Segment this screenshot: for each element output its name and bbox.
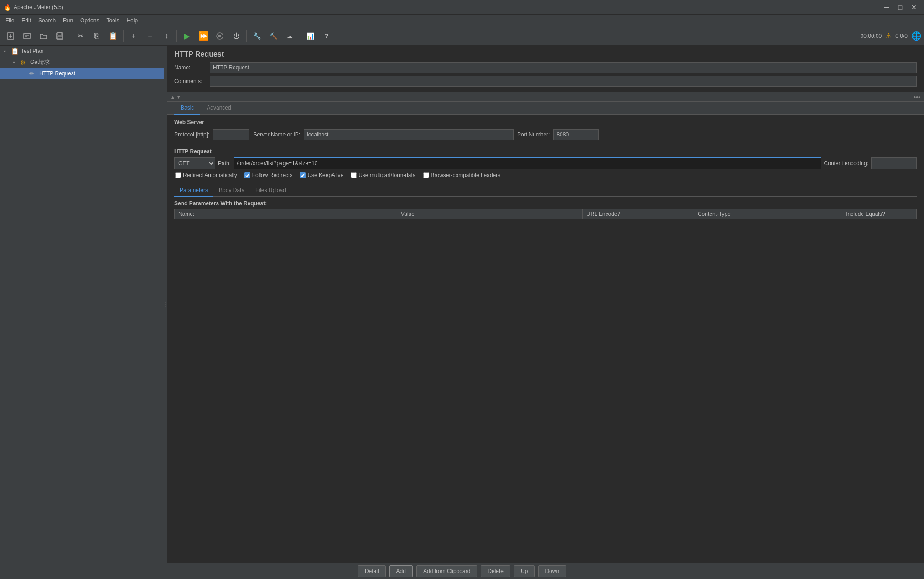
menu-run[interactable]: Run bbox=[59, 15, 77, 26]
toolbar: ✂ ⎘ 📋 + − ↕ ▶ ⏩ ⏻ 🔧 🔨 ☁ 📊 ? 00:00:00 ⚠ 0… bbox=[0, 26, 924, 46]
params-tab-files[interactable]: Files Upload bbox=[250, 185, 291, 197]
toggle-button[interactable]: ↕ bbox=[159, 28, 174, 44]
minimize-button[interactable]: ─ bbox=[880, 1, 893, 14]
remote-start-button[interactable]: 🔧 bbox=[249, 28, 265, 44]
delete-button[interactable]: Delete bbox=[481, 565, 510, 577]
expand-button[interactable]: + bbox=[126, 28, 141, 44]
svg-rect-3 bbox=[24, 33, 30, 39]
menu-tools[interactable]: Tools bbox=[103, 15, 123, 26]
encoding-input[interactable] bbox=[871, 157, 917, 169]
remote-stop-button[interactable]: 🔨 bbox=[265, 28, 281, 44]
menu-search[interactable]: Search bbox=[35, 15, 59, 26]
keepalive-input[interactable] bbox=[300, 172, 306, 178]
title-bar: 🔥 Apache JMeter (5.5) ─ □ ✕ bbox=[0, 0, 924, 15]
comments-input[interactable] bbox=[210, 76, 917, 87]
col-contenttype: Content-Type bbox=[694, 209, 842, 219]
sep5 bbox=[300, 30, 300, 42]
collapse-bar[interactable]: ▲ ▼ ••• bbox=[167, 93, 924, 102]
collapse-dots: ••• bbox=[914, 94, 920, 101]
port-label: Port Number: bbox=[517, 131, 550, 138]
collapse-button[interactable]: − bbox=[142, 28, 158, 44]
close-button[interactable]: ✕ bbox=[908, 1, 920, 14]
add-from-clipboard-button[interactable]: Add from Clipboard bbox=[416, 565, 477, 577]
help-button[interactable]: ? bbox=[319, 28, 334, 44]
start-button[interactable]: ▶ bbox=[179, 28, 195, 44]
browser-compat-checkbox[interactable]: Browser-compatible headers bbox=[423, 172, 501, 178]
test-plan-icon: 📋 bbox=[11, 47, 19, 55]
keepalive-checkbox[interactable]: Use KeepAlive bbox=[300, 172, 343, 178]
down-button[interactable]: Down bbox=[538, 565, 566, 577]
menu-options[interactable]: Options bbox=[77, 15, 103, 26]
multipart-label: Use multipart/form-data bbox=[358, 172, 415, 178]
browser-compat-label: Browser-compatible headers bbox=[431, 172, 501, 178]
name-label: Name: bbox=[174, 64, 206, 71]
sidebar: ▾ 📋 Test Plan ▾ ⚙ Get请求 ✏ HTTP Request bbox=[0, 46, 164, 563]
paste-button[interactable]: 📋 bbox=[105, 28, 121, 44]
redirect-auto-label: Redirect Automatically bbox=[183, 172, 237, 178]
window-title: Apache JMeter (5.5) bbox=[14, 4, 880, 10]
save-button[interactable] bbox=[52, 28, 67, 44]
tab-advanced[interactable]: Advanced bbox=[200, 102, 237, 115]
new-button[interactable] bbox=[3, 28, 18, 44]
sidebar-item-http-request[interactable]: ✏ HTTP Request bbox=[0, 68, 164, 79]
col-urlencode: URL Encode? bbox=[582, 209, 694, 219]
protocol-input[interactable] bbox=[213, 129, 249, 140]
params-tab-parameters[interactable]: Parameters bbox=[174, 185, 213, 197]
menu-edit[interactable]: Edit bbox=[18, 15, 35, 26]
add-button[interactable]: Add bbox=[389, 565, 413, 577]
port-input[interactable] bbox=[553, 129, 599, 140]
web-server-title: Web Server bbox=[174, 119, 917, 125]
redirect-auto-input[interactable] bbox=[175, 172, 181, 178]
menu-file[interactable]: File bbox=[2, 15, 18, 26]
maximize-button[interactable]: □ bbox=[894, 1, 907, 14]
col-value: Value bbox=[397, 209, 583, 219]
path-input[interactable] bbox=[234, 157, 821, 169]
menu-help[interactable]: Help bbox=[123, 15, 141, 26]
menu-bar: File Edit Search Run Options Tools Help bbox=[0, 15, 924, 26]
open-button[interactable] bbox=[36, 28, 51, 44]
encoding-label: Content encoding: bbox=[824, 160, 868, 167]
test-plan-label: Test Plan bbox=[21, 48, 43, 54]
warning-icon: ⚠ bbox=[885, 31, 892, 40]
remote-shutdown-button[interactable]: ☁ bbox=[282, 28, 297, 44]
server-input[interactable] bbox=[304, 129, 514, 140]
app-icon: 🔥 bbox=[4, 4, 11, 11]
timer-display: 00:00:00 bbox=[861, 33, 882, 39]
params-table-header: Name: Value URL Encode? Content-Type Inc… bbox=[175, 209, 917, 219]
templates-button[interactable] bbox=[19, 28, 35, 44]
main-layout: ▾ 📋 Test Plan ▾ ⚙ Get请求 ✏ HTTP Request ⋮… bbox=[0, 46, 924, 563]
collapse-arrows-icon: ▲ ▼ bbox=[171, 94, 181, 99]
copy-button[interactable]: ⎘ bbox=[89, 28, 104, 44]
tabs-bar: Basic Advanced bbox=[167, 102, 924, 115]
detail-button[interactable]: Detail bbox=[358, 565, 386, 577]
params-table: Name: Value URL Encode? Content-Type Inc… bbox=[174, 209, 917, 219]
multipart-input[interactable] bbox=[351, 172, 357, 178]
method-select[interactable]: GET POST PUT DELETE PATCH HEAD OPTIONS bbox=[174, 157, 215, 169]
sidebar-item-get-request[interactable]: ▾ ⚙ Get请求 bbox=[0, 57, 164, 68]
params-tab-body[interactable]: Body Data bbox=[213, 185, 250, 197]
svg-rect-10 bbox=[218, 35, 221, 37]
globe-icon: 🌐 bbox=[911, 31, 921, 41]
svg-rect-8 bbox=[57, 37, 62, 39]
follow-redirects-input[interactable] bbox=[244, 172, 250, 178]
http-request-icon: ✏ bbox=[29, 70, 37, 77]
tab-basic[interactable]: Basic bbox=[174, 102, 200, 115]
start-nopause-button[interactable]: ⏩ bbox=[196, 28, 211, 44]
redirect-auto-checkbox[interactable]: Redirect Automatically bbox=[175, 172, 237, 178]
sidebar-item-test-plan[interactable]: ▾ 📋 Test Plan bbox=[0, 46, 164, 57]
server-fields-row: Protocol [http]: Server Name or IP: Port… bbox=[174, 129, 917, 140]
panel-header: HTTP Request Name: Comments: bbox=[167, 46, 924, 93]
up-button[interactable]: Up bbox=[514, 565, 535, 577]
function-helper-button[interactable]: 📊 bbox=[302, 28, 318, 44]
sep2 bbox=[123, 30, 124, 42]
name-input[interactable] bbox=[210, 62, 917, 73]
follow-redirects-checkbox[interactable]: Follow Redirects bbox=[244, 172, 293, 178]
shutdown-button[interactable]: ⏻ bbox=[228, 28, 244, 44]
protocol-label: Protocol [http]: bbox=[174, 131, 209, 138]
comments-label: Comments: bbox=[174, 78, 206, 84]
name-row: Name: bbox=[174, 62, 917, 73]
cut-button[interactable]: ✂ bbox=[73, 28, 88, 44]
stop-button[interactable] bbox=[212, 28, 228, 44]
browser-compat-input[interactable] bbox=[423, 172, 429, 178]
multipart-checkbox[interactable]: Use multipart/form-data bbox=[351, 172, 415, 178]
